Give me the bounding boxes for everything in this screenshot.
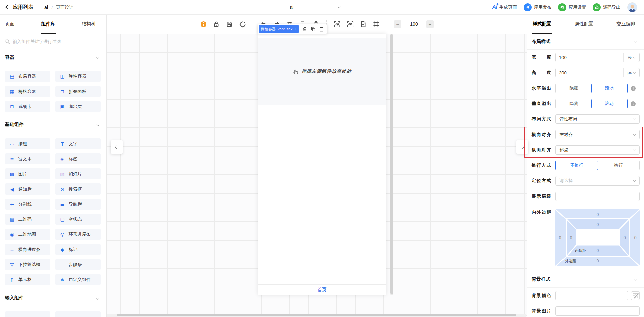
color-swatch-button[interactable] [631, 291, 640, 300]
info-icon[interactable] [200, 21, 207, 28]
component-tile[interactable]: ∗ 自定义组件 [55, 274, 101, 285]
page-tab-home[interactable]: 首页 [318, 287, 327, 293]
app-publish-button[interactable]: 应用发布 [524, 3, 551, 11]
tab-property-config[interactable]: 属性配置 [575, 15, 593, 34]
component-tile[interactable]: ⋯ 步骤条 [55, 259, 101, 270]
canvas-horizontal-scrollbar[interactable] [107, 314, 526, 317]
component-tile[interactable]: ◉ 二维地图 [5, 229, 50, 240]
selected-flex-container[interactable]: 拖拽左侧组件放至此处 [258, 38, 386, 105]
section-header-layout-style[interactable]: 布局样式 [527, 34, 644, 50]
overflow-y-hidden-option[interactable]: 隐藏 [556, 99, 592, 108]
component-tile[interactable]: ▽ 下拉筛选框 [5, 259, 50, 270]
source-export-button[interactable]: 源码导出 [593, 3, 621, 11]
app-settings-button[interactable]: 应用设置 [558, 3, 586, 11]
preview-icon[interactable] [334, 21, 340, 28]
delete-component-icon[interactable] [302, 27, 307, 32]
search-input[interactable] [13, 39, 101, 44]
height-unit-select[interactable]: px [623, 68, 639, 77]
save-icon[interactable] [226, 21, 233, 28]
copy-component-icon[interactable] [310, 27, 316, 32]
canvas-vertical-scrollbar[interactable] [390, 34, 393, 295]
page-select[interactable]: ai [235, 0, 349, 15]
component-tile[interactable]: ◈ 标签 [55, 153, 101, 164]
component-tile[interactable]: ⊡ 选项卡 [5, 101, 50, 112]
section-body-input-partial [0, 306, 106, 317]
overflow-x-hidden-option[interactable]: 隐藏 [556, 84, 592, 93]
user-avatar[interactable] [627, 2, 637, 12]
z-level-input[interactable] [555, 192, 640, 201]
zoom-in-button[interactable]: + [426, 20, 434, 28]
info-icon[interactable] [631, 101, 636, 106]
section-header-background-style[interactable]: 背景样式 [527, 271, 644, 288]
component-tile[interactable]: ≡ 横向进度条 [5, 244, 50, 255]
section-header-basic[interactable]: 基础组件 [0, 117, 106, 133]
page-check-icon[interactable] [360, 21, 367, 28]
component-tile[interactable]: ≡ 富文本 [5, 153, 50, 164]
component-tile[interactable]: ▯ 单元格 [5, 274, 50, 285]
section-header-containers[interactable]: 容器 [0, 49, 106, 65]
overflow-x-segmented: 隐藏 滚动 [555, 84, 628, 93]
collapse-panel-icon: ⊟ [60, 89, 65, 94]
overflow-x-scroll-option[interactable]: 滚动 [591, 84, 628, 93]
phone-preview[interactable]: 拖拽左侧组件放至此处 首页 [258, 34, 386, 295]
back-to-app-list[interactable]: 应用列表 [13, 4, 33, 10]
tab-interaction-config[interactable]: 交互编排 [616, 15, 635, 34]
paste-component-icon[interactable] [319, 27, 324, 32]
component-tile[interactable]: ▧ 幻灯片 [55, 168, 101, 179]
sidebar-tabs: 页面 组件库 结构树 [0, 15, 106, 34]
generate-page-button[interactable]: Ai 生成页面 [492, 4, 517, 11]
component-tile[interactable]: ▢ 空状态 [55, 214, 101, 225]
back-icon[interactable] [5, 5, 10, 9]
component-tile[interactable]: ▩ 二维码 [5, 214, 50, 225]
collapse-right-panel-button[interactable] [516, 140, 528, 154]
no-wrap-option[interactable]: 不换行 [555, 161, 598, 170]
tab-style-config[interactable]: 样式配置 [533, 15, 551, 34]
height-input[interactable] [556, 68, 623, 77]
section-header-input[interactable]: 输入组件 [0, 290, 106, 306]
progress-bar-icon: ≡ [9, 247, 15, 252]
frame-icon[interactable] [373, 21, 380, 28]
bg-image-input[interactable] [555, 306, 640, 316]
field-row-align-vertical: 纵向对齐 起点 [527, 142, 644, 158]
component-tile[interactable]: ◫ 弹性容器 [55, 71, 101, 82]
width-input[interactable] [556, 53, 623, 62]
overflow-y-scroll-option[interactable]: 滚动 [591, 99, 628, 108]
component-tile[interactable]: ▭ 按钮 [5, 138, 50, 149]
bg-color-input[interactable] [555, 291, 628, 300]
chevron-right-icon [520, 145, 524, 149]
tab-structure-tree[interactable]: 结构树 [82, 15, 96, 34]
button-icon: ▭ [9, 142, 15, 146]
component-tile[interactable]: ◀ 通知栏 [5, 183, 50, 195]
tag-icon: ◈ [60, 157, 65, 161]
component-tile[interactable]: ⊙ 搜索框 [55, 183, 101, 195]
component-tile[interactable]: ◆ 标记 [55, 244, 101, 255]
component-tile[interactable]: ↔ 分割线 [5, 199, 50, 210]
component-tile[interactable]: ▤ 布局容器 [5, 71, 50, 82]
layout-mode-select[interactable]: 弹性布局 [555, 114, 640, 124]
info-icon[interactable] [631, 86, 636, 91]
locate-target-icon[interactable] [239, 21, 246, 28]
svg-text:内边距: 内边距 [575, 249, 586, 253]
tab-component-library[interactable]: 组件库 [41, 15, 55, 34]
position-select[interactable]: 请选择 [555, 176, 640, 186]
align-vertical-select[interactable]: 起点 [555, 145, 640, 155]
box-model-diagram[interactable]: 0 0 0 0 0 0 内边距 0 外边距 0 [555, 209, 640, 266]
width-unit-select[interactable]: % [623, 53, 639, 62]
unlock-icon[interactable] [213, 21, 220, 28]
zoom-out-button[interactable]: − [394, 20, 401, 28]
component-tile-partial[interactable] [5, 311, 50, 317]
wrap-option[interactable]: 换行 [598, 161, 640, 170]
component-tile[interactable]: ▨ 图片 [5, 168, 50, 179]
component-tile[interactable]: T 文字 [55, 138, 101, 149]
collapse-left-panel-button[interactable] [111, 140, 123, 154]
component-tile-partial[interactable] [55, 311, 101, 317]
component-tile[interactable]: ⊟ 折叠面板 [55, 86, 101, 97]
component-tile[interactable]: ▬ 导航栏 [55, 199, 101, 210]
design-canvas[interactable]: − 100 + 拖拽左侧组件放至此处 首页 弹性容器_vant_flex_1 [107, 15, 527, 317]
tab-pages[interactable]: 页面 [5, 15, 15, 34]
align-horizontal-select[interactable]: 左对齐 [555, 130, 640, 139]
component-tile[interactable]: ▣ 弹出层 [55, 101, 101, 112]
component-tile[interactable]: ▦ 栅格容器 [5, 86, 50, 97]
component-tile[interactable]: ◎ 环形进度条 [55, 229, 101, 240]
view-code-icon[interactable] [347, 21, 354, 28]
